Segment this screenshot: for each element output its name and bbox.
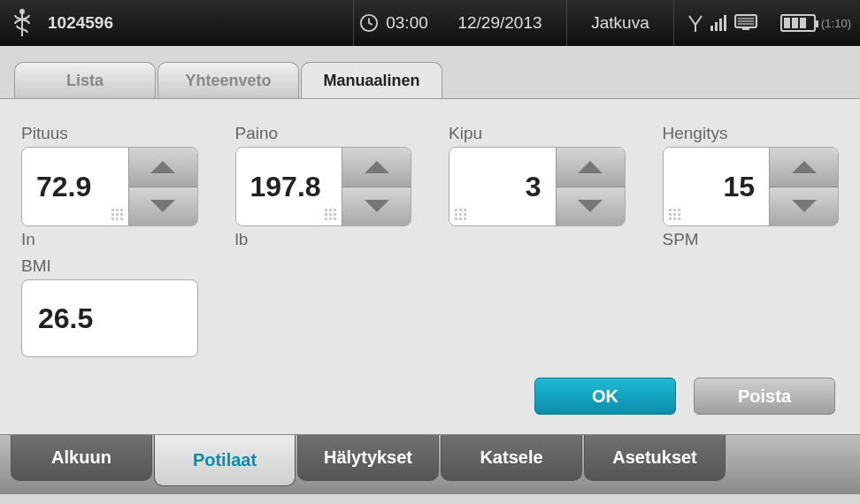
signal-bars-icon (710, 15, 726, 31)
clock-icon (359, 13, 379, 33)
date-value[interactable]: 12/29/2013 (434, 13, 566, 33)
pain-up-button[interactable] (556, 148, 625, 187)
grip-icon (669, 209, 680, 220)
clock-area[interactable]: 03:00 (354, 13, 434, 33)
resp-stepper: 15 (663, 147, 840, 226)
height-label: Pituus (21, 124, 198, 143)
action-buttons: OK Poista (534, 378, 835, 415)
nav-potilaat[interactable]: Potilaat (154, 435, 296, 486)
resp-up-button[interactable] (769, 148, 838, 187)
time-value: 03:00 (386, 13, 428, 33)
patient-id[interactable]: 1024596 (44, 13, 353, 33)
weight-down-button[interactable] (342, 187, 411, 226)
nav-alkuun[interactable]: Alkuun (11, 435, 152, 481)
connectivity-icons (674, 13, 772, 33)
svg-marker-13 (578, 161, 603, 173)
monitor-icon (733, 13, 758, 33)
resp-label: Hengitys (663, 124, 840, 143)
svg-marker-9 (150, 161, 175, 173)
content-area: Pituus 72.9 In Paino 197.8 (0, 98, 860, 434)
svg-marker-14 (578, 200, 603, 212)
ok-button[interactable]: OK (534, 378, 676, 415)
tab-manuaalinen[interactable]: Manuaalinen (301, 62, 442, 99)
weight-up-button[interactable] (342, 148, 411, 187)
battery-time: (1:10) (821, 17, 851, 30)
bmi-value: 26.5 (21, 279, 198, 357)
resp-field: Hengitys 15 SPM (663, 124, 840, 249)
weight-label: Paino (235, 124, 412, 143)
battery-status: (1:10) (772, 14, 860, 32)
weight-stepper: 197.8 (235, 147, 412, 226)
nav-katsele[interactable]: Katsele (441, 435, 582, 481)
pain-value[interactable]: 3 (449, 148, 556, 225)
grip-icon (111, 209, 123, 220)
header-bar: 1024596 03:00 12/29/2013 Jatkuva (1:10) (0, 0, 860, 46)
weight-unit: lb (235, 230, 412, 249)
pain-field: Kipu 3 (449, 124, 626, 249)
delete-button[interactable]: Poista (694, 378, 835, 415)
nav-asetukset[interactable]: Asetukset (584, 435, 726, 481)
height-stepper: 72.9 (21, 147, 198, 226)
height-unit: In (21, 230, 198, 249)
grip-icon (325, 209, 336, 220)
pain-down-button[interactable] (556, 187, 625, 226)
grip-icon (455, 209, 466, 220)
pain-stepper: 3 (449, 147, 626, 226)
top-tabs: Lista Yhteenveto Manuaalinen (0, 46, 860, 99)
svg-marker-12 (365, 200, 389, 212)
height-up-button[interactable] (128, 148, 197, 187)
resp-unit: SPM (663, 230, 840, 249)
caduceus-icon (0, 8, 44, 38)
bottom-nav: Alkuun Potilaat Hälytykset Katsele Asetu… (0, 434, 860, 494)
antenna-icon (687, 14, 703, 32)
pain-label: Kipu (449, 124, 626, 143)
tab-lista[interactable]: Lista (14, 62, 156, 99)
height-down-button[interactable] (128, 187, 197, 226)
height-field: Pituus 72.9 In (21, 124, 198, 249)
mode-value[interactable]: Jatkuva (567, 13, 673, 33)
nav-halytykset[interactable]: Hälytykset (297, 435, 439, 481)
resp-value[interactable]: 15 (664, 148, 770, 225)
fields-row: Pituus 72.9 In Paino 197.8 (21, 124, 839, 249)
battery-icon (780, 14, 816, 32)
height-value[interactable]: 72.9 (22, 148, 128, 225)
bmi-field: BMI 26.5 (21, 256, 198, 357)
svg-marker-10 (150, 200, 175, 212)
weight-field: Paino 197.8 lb (235, 124, 412, 249)
tab-yhteenveto[interactable]: Yhteenveto (157, 62, 299, 99)
svg-point-1 (20, 10, 24, 13)
svg-marker-11 (365, 161, 389, 173)
resp-down-button[interactable] (769, 187, 838, 226)
bmi-label: BMI (21, 256, 198, 276)
svg-marker-15 (792, 161, 817, 173)
weight-value[interactable]: 197.8 (236, 148, 342, 225)
svg-marker-16 (792, 200, 817, 212)
